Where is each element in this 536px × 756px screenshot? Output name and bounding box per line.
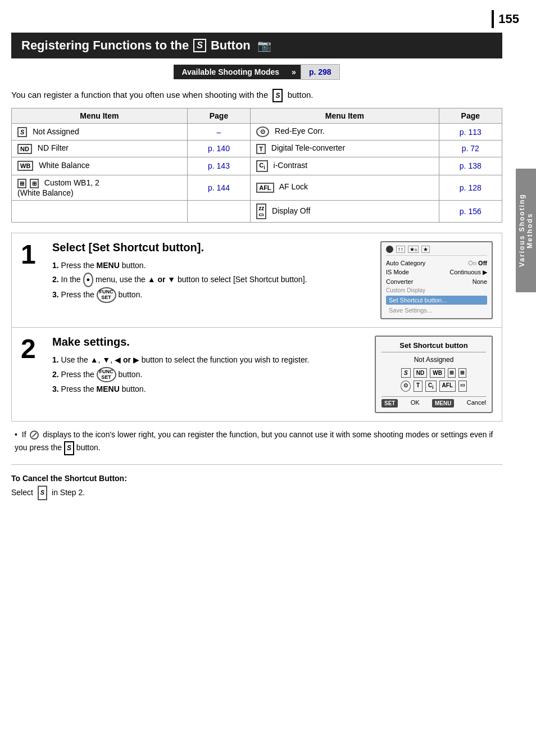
shooting-modes-page[interactable]: p. 298 [301,64,340,80]
cam-row-ismode: IS Mode Continuous ▶ [386,268,487,277]
icon-custom-wb1: ⊞ [17,179,26,188]
camera-icon-title: 📷 [257,39,271,52]
cancel-section: To Cancel the Shortcut Button: Select S … [11,464,502,500]
step-2-instructions: 1. Use the ▲, ▼, ◀ or ▶ button to select… [52,353,366,397]
shortcut-ok-label: OK [411,399,420,408]
step-2-inst-2: 2. Press the FUNCSET button. [52,367,366,383]
s-icon-note: S [64,441,74,455]
col-header-1: Menu Item [12,108,188,124]
col-header-4: Page [439,108,502,124]
icon-not-assigned-cancel: S [38,486,47,500]
col-header-2: Page [187,108,250,124]
note-text: If [22,430,29,439]
shortcut-icon-wb1: ⊞ [448,368,456,378]
table-row: ⊞ ⊞ Custom WB1, 2(White Balance) p. 144 … [12,175,502,200]
page-number-area: 155 [492,10,519,28]
tab-star: ★ [421,246,430,253]
shortcut-icon-nd: ND [414,368,427,378]
step-1-instructions: 1. Press the MENU button. 2. In the ● me… [52,259,371,303]
shortcut-icon-afl: AFL [439,381,456,392]
shortcut-icon-wb: WB [430,368,445,378]
menu-icon-inline: ● [83,273,94,287]
page-title: Registering Functions to the S Button 📷 [11,33,502,58]
table-row: zz▭ Display Off p. 156 [12,200,502,222]
step-2-content: Make settings. 1. Use the ▲, ▼, ◀ or ▶ b… [52,336,366,397]
camera-menu-mockup: ↑↑ ★₀ ★ Auto Category On Off IS Mode Con… [380,241,493,319]
step-1-section: 1 Select [Set Shortcut button]. 1. Press… [11,233,502,422]
cam-row-autocategory: Auto Category On Off [386,259,487,268]
tab-star0: ★₀ [408,246,419,253]
shortcut-value: Not Assigned [381,356,486,364]
table-row: WB White Balance p. 143 Ci i-Contrast p.… [12,157,502,175]
function-table: Menu Item Page Menu Item Page S Not Assi… [11,108,502,222]
shooting-modes-arrow: » [287,65,301,79]
set-shortcut-mockup: Set Shortcut button Not Assigned S ND WB… [375,336,493,413]
table-row: S Not Assigned – ⊙ Red-Eye Corr. p. 113 [12,124,502,141]
cam-highlighted-row: Set Shortcut button... [386,296,487,305]
shooting-modes-label: Available Shooting Modes [174,65,287,79]
cam-row-custom-display: Custom Display [386,286,487,295]
table-row: ND ND Filter p. 140 T Digital Tele-conve… [12,141,502,157]
icon-not-assigned: S [17,127,27,137]
shortcut-icon-redeye: ⊙ [401,381,411,392]
shortcut-icon-ci: Ci [425,381,437,392]
intro-text: You can register a function that you oft… [11,88,502,102]
tab-dot [386,246,393,253]
camera-tabs-row: ↑↑ ★₀ ★ [386,246,487,256]
step-1-inst-1: 1. Press the MENU button. [52,259,371,273]
step-1-number: 1 [21,241,43,268]
no-sign-icon [30,431,39,440]
step-1-inst-3: 3. Press the FUNCSET button. [52,287,371,303]
icon-red-eye: ⊙ [256,126,269,137]
step-2-section: 2 Make settings. 1. Use the ▲, ▼, ◀ or ▶… [12,328,502,421]
cam-dim-row: Save Settings... [386,306,487,315]
shortcut-set-btn: SET [381,399,398,408]
shortcut-icon-t: T [414,381,423,392]
col-header-3: Menu Item [251,108,439,124]
shortcut-title: Set Shortcut button [381,341,486,352]
cancel-text: Select S in Step 2. [11,486,502,500]
s-icon-title: S [193,39,206,52]
shortcut-icon-s: S [401,368,411,378]
icon-contrast: Ci [256,160,268,172]
step-1-content: Select [Set Shortcut button]. 1. Press t… [52,241,371,303]
step-1-inst-2: 2. In the ● menu, use the ▲ or ▼ button … [52,273,371,287]
shortcut-menu-btn: MENU [432,399,454,408]
icon-wb: WB [17,161,33,171]
shortcut-icon-wb2: ⊞ [458,368,466,378]
sidebar-label: Various Shooting Methods [516,169,536,292]
step-2-title: Make settings. [52,336,366,348]
icon-afllock: AFL [256,183,274,193]
shortcut-cancel-label: Cancel [467,399,486,408]
icon-tele: T [256,144,266,154]
note-section: • If displays to the icon's lower right,… [11,428,502,455]
tab-arrow: ↑↑ [396,246,405,253]
step-2-inst-1: 1. Use the ▲, ▼, ◀ or ▶ button to select… [52,353,366,367]
icon-custom-wb2: ⊞ [30,179,39,188]
s-icon-inline: S [272,89,283,102]
icon-display-off: zz▭ [256,203,266,219]
page-number: 155 [498,12,519,26]
shortcut-icons-row1: S ND WB ⊞ ⊞ [381,368,486,378]
cancel-title: To Cancel the Shortcut Button: [11,472,502,486]
icon-nd: ND [17,144,32,154]
step-2-number: 2 [21,336,43,363]
shortcut-icon-disp: ▭ [458,381,467,392]
func-btn-1: FUNCSET [97,287,116,303]
shooting-modes-bar: Available Shooting Modes » p. 298 [11,64,502,80]
step-1-title: Select [Set Shortcut button]. [52,241,371,254]
shortcut-footer: SET OK MENU Cancel [381,396,486,408]
func-btn-2: FUNCSET [97,367,116,383]
page-number-bar [492,10,494,28]
shortcut-icons-row2: ⊙ T Ci AFL ▭ [381,381,486,392]
note-bullet: • [15,430,17,439]
step-2-inst-3: 3. Press the MENU button. [52,382,366,396]
cam-row-converter: Converter None [386,277,487,286]
main-content: Registering Functions to the S Button 📷 … [11,33,508,500]
